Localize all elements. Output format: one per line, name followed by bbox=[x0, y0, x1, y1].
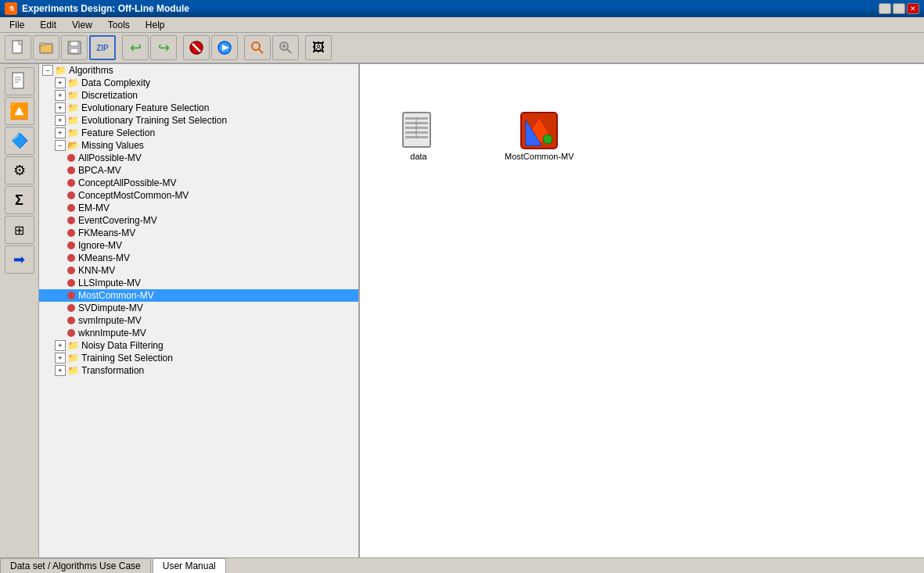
tree-scroll[interactable]: − 📁 Algorithms + 📁 Data Complexity + 📁 D… bbox=[39, 64, 358, 557]
tree-label-algorithms: Algorithms bbox=[69, 65, 113, 76]
open-button[interactable] bbox=[33, 35, 59, 60]
tree-label-ignore-mv: Ignore-MV bbox=[78, 240, 122, 251]
svg-rect-4 bbox=[70, 41, 78, 46]
menu-help[interactable]: Help bbox=[139, 18, 171, 32]
menu-file[interactable]: File bbox=[3, 18, 31, 32]
svg-point-30 bbox=[543, 134, 552, 144]
sidebar-cube-button[interactable]: 🔷 bbox=[5, 127, 34, 155]
tree-label-conceptallpossible-mv: ConceptAllPossible-MV bbox=[78, 177, 176, 188]
tree-label-llsimpute-mv: LLSImpute-MV bbox=[78, 278, 141, 288]
expand-missing-values[interactable]: − bbox=[55, 140, 66, 151]
title-bar-left: ⚗ Experiments Design: Off-Line Module bbox=[5, 2, 189, 15]
left-sidebar: 🔼 🔷 ⚙ Σ ⊞ ➡ bbox=[0, 64, 39, 557]
stop-button[interactable] bbox=[183, 35, 210, 60]
tree-item-missing-values[interactable]: − 📂 Missing Values bbox=[39, 139, 358, 152]
menu-view[interactable]: View bbox=[66, 18, 99, 32]
title-bar: ⚗ Experiments Design: Off-Line Module _ … bbox=[0, 0, 924, 17]
tree-label-feature-selection: Feature Selection bbox=[81, 127, 155, 138]
tree-item-feature-selection[interactable]: + 📁 Feature Selection bbox=[39, 127, 358, 139]
mostcommon-node-icon bbox=[520, 111, 559, 150]
tree-label-discretization: Discretization bbox=[81, 90, 138, 101]
tree-label-data-complexity: Data Complexity bbox=[81, 77, 150, 88]
tree-item-training-set[interactable]: + 📁 Training Set Selection bbox=[39, 352, 358, 364]
tree-item-fkmeans-mv[interactable]: FKMeans-MV bbox=[39, 227, 358, 239]
sidebar-grid-button[interactable]: ⊞ bbox=[5, 216, 34, 244]
tree-item-algorithms[interactable]: − 📁 Algorithms bbox=[39, 64, 358, 77]
menu-edit[interactable]: Edit bbox=[34, 18, 63, 32]
sidebar-arrow-up-button[interactable]: 🔼 bbox=[5, 97, 34, 125]
undo-button[interactable]: ↩ bbox=[122, 35, 149, 60]
tree-item-knn-mv[interactable]: KNN-MV bbox=[39, 264, 358, 277]
search-button[interactable] bbox=[244, 35, 271, 60]
tree-item-conceptmostcommon-mv[interactable]: ConceptMostCommon-MV bbox=[39, 189, 358, 202]
tree-item-discretization[interactable]: + 📁 Discretization bbox=[39, 89, 358, 102]
tree-item-conceptallpossible-mv[interactable]: ConceptAllPossible-MV bbox=[39, 177, 358, 189]
tree-label-mostcommon-mv: MostCommon-MV bbox=[78, 290, 154, 301]
sidebar-document-button[interactable] bbox=[5, 67, 34, 95]
close-button[interactable]: ✕ bbox=[907, 3, 919, 14]
canvas-node-data[interactable]: data bbox=[399, 111, 438, 161]
folder-icon-evo-feature: 📁 bbox=[67, 102, 79, 113]
tree-item-svmimpute-mv[interactable]: svmImpute-MV bbox=[39, 314, 358, 327]
minimize-button[interactable]: _ bbox=[879, 3, 891, 14]
folder-icon-discretization: 📁 bbox=[67, 90, 79, 101]
tree-item-mostcommon-mv[interactable]: MostCommon-MV bbox=[39, 289, 358, 302]
tree-item-evo-training[interactable]: + 📁 Evolutionary Training Set Selection bbox=[39, 114, 358, 127]
tree-item-bpca-mv[interactable]: BPCA-MV bbox=[39, 164, 358, 177]
tree-item-data-complexity[interactable]: + 📁 Data Complexity bbox=[39, 77, 358, 89]
tree-label-missing-values: Missing Values bbox=[81, 140, 144, 151]
tree-item-em-mv[interactable]: EM-MV bbox=[39, 202, 358, 214]
tree-item-wknnimpute-mv[interactable]: wknnImpute-MV bbox=[39, 327, 358, 339]
folder-icon-feature-selection: 📁 bbox=[67, 127, 79, 138]
menu-tools[interactable]: Tools bbox=[102, 18, 136, 32]
folder-icon-algorithms: 📁 bbox=[55, 65, 67, 76]
tree-item-svdimpute-mv[interactable]: SVDimpute-MV bbox=[39, 302, 358, 314]
svg-rect-16 bbox=[13, 73, 23, 88]
tree-item-noisy-data[interactable]: + 📁 Noisy Data Filtering bbox=[39, 339, 358, 352]
expand-training-set[interactable]: + bbox=[55, 353, 66, 363]
new-button[interactable] bbox=[5, 35, 31, 60]
sidebar-sigma-button[interactable]: Σ bbox=[5, 186, 34, 214]
expand-transformation[interactable]: + bbox=[55, 365, 66, 376]
window-controls[interactable]: _ □ ✕ bbox=[879, 3, 919, 14]
tree-item-transformation[interactable]: + 📁 Transformation bbox=[39, 364, 358, 377]
tree-item-ignore-mv[interactable]: Ignore-MV bbox=[39, 239, 358, 252]
expand-algorithms[interactable]: − bbox=[42, 65, 53, 76]
svg-rect-0 bbox=[13, 41, 22, 53]
redo-button[interactable]: ↪ bbox=[150, 35, 177, 60]
leaf-dot-wknnimpute bbox=[67, 329, 75, 337]
expand-evo-feature[interactable]: + bbox=[55, 102, 66, 113]
dataset-tab[interactable]: Data set / Algorithms Use Case bbox=[0, 558, 151, 573]
tree-item-llsimpute-mv[interactable]: LLSImpute-MV bbox=[39, 277, 358, 289]
canvas-area[interactable]: data MostCommon-MV bbox=[360, 64, 924, 557]
tree-label-evo-feature: Evolutionary Feature Selection bbox=[81, 102, 209, 113]
zoom-button[interactable] bbox=[272, 35, 299, 60]
zip-button[interactable]: ZIP bbox=[89, 35, 116, 60]
mostcommon-node-label: MostCommon-MV bbox=[505, 152, 574, 161]
expand-discretization[interactable]: + bbox=[55, 90, 66, 101]
expand-noisy-data[interactable]: + bbox=[55, 340, 66, 351]
tree-label-knn-mv: KNN-MV bbox=[78, 265, 115, 276]
sidebar-gear-button[interactable]: ⚙ bbox=[5, 156, 34, 184]
tree-label-svdimpute-mv: SVDimpute-MV bbox=[78, 303, 143, 313]
tree-item-evo-feature[interactable]: + 📁 Evolutionary Feature Selection bbox=[39, 102, 358, 114]
canvas-node-mostcommon[interactable]: MostCommon-MV bbox=[505, 111, 574, 161]
tree-label-training-set: Training Set Selection bbox=[81, 353, 173, 363]
expand-feature-selection[interactable]: + bbox=[55, 127, 66, 138]
usermanual-tab[interactable]: User Manual bbox=[153, 558, 226, 573]
leaf-dot-knn bbox=[67, 267, 75, 274]
tree-item-eventcovering-mv[interactable]: EventCovering-MV bbox=[39, 214, 358, 227]
sidebar-arrow-right-button[interactable]: ➡ bbox=[5, 245, 34, 274]
image-button[interactable]: 🖼 bbox=[305, 35, 332, 60]
tree-item-allpossible-mv[interactable]: AllPossible-MV bbox=[39, 152, 358, 164]
folder-icon-noisy-data: 📁 bbox=[67, 340, 79, 351]
run-button[interactable] bbox=[211, 35, 238, 60]
expand-data-complexity[interactable]: + bbox=[55, 77, 66, 88]
save-button[interactable] bbox=[61, 35, 88, 60]
maximize-button[interactable]: □ bbox=[893, 3, 905, 14]
tree-panel: − 📁 Algorithms + 📁 Data Complexity + 📁 D… bbox=[39, 64, 360, 557]
expand-evo-training[interactable]: + bbox=[55, 115, 66, 126]
leaf-dot-svdimpute bbox=[67, 304, 75, 312]
tree-item-kmeans-mv[interactable]: KMeans-MV bbox=[39, 252, 358, 264]
tree-label-conceptmostcommon-mv: ConceptMostCommon-MV bbox=[78, 190, 189, 201]
